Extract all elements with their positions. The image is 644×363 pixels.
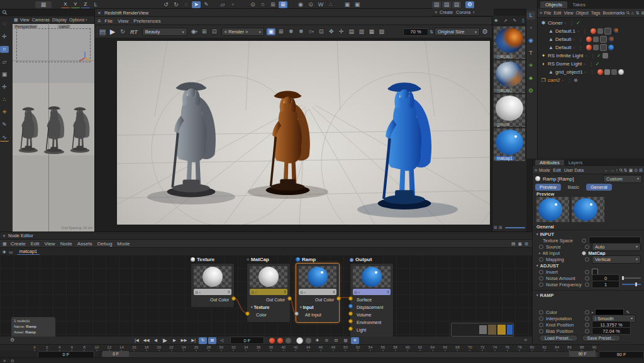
tree-row-dome-light[interactable]: ◖ RS Dome Light▫⋮ ✓	[540, 60, 644, 68]
primitive-cube-icon[interactable]: ▫	[526, 25, 535, 31]
compositing-tag[interactable]	[611, 69, 617, 75]
current-frame-field[interactable]: 0 F	[230, 337, 264, 344]
matcap-color-port[interactable]	[245, 311, 250, 316]
objects-menu-tags[interactable]: Tags	[591, 11, 601, 15]
objects-menu-icon[interactable]: ≡	[540, 11, 542, 15]
matcap-out-color[interactable]: Out Color	[266, 296, 285, 303]
snapshot-icon[interactable]: ▣	[267, 28, 275, 35]
viewport-menu-icon[interactable]: ▦	[14, 18, 18, 22]
snap-enable-icon[interactable]: ⊞	[279, 1, 287, 8]
noise-frequency-slider[interactable]	[622, 284, 641, 285]
texture-tag[interactable]	[608, 36, 614, 42]
tree-row-cloner[interactable]: ✱ Cloner▫⋮ ✓	[540, 19, 644, 27]
layout-c-icon[interactable]: ▦	[367, 28, 376, 35]
range-end-chip[interactable]: 90 F	[569, 351, 596, 357]
status-menu-icon[interactable]: ≡	[3, 359, 6, 363]
shade1-icon[interactable]: ▣	[343, 1, 352, 8]
grid-tag[interactable]	[604, 28, 611, 35]
shade2-icon[interactable]: ▣	[353, 1, 362, 8]
viewport-menu-view[interactable]: View	[20, 18, 30, 22]
ne-menu-assets[interactable]: Assets	[77, 241, 92, 247]
enabled-check-icon[interactable]: ✓	[596, 61, 600, 67]
zoom-field[interactable]: 70 %	[403, 28, 428, 36]
objects-home-icon[interactable]: ⌂	[631, 11, 634, 15]
ramp-node-selected[interactable]: ⊙ ▫≡ Out Color ▾Input Alt Input	[296, 263, 340, 323]
playhead-chip[interactable]: 0 F	[103, 351, 129, 357]
preset-select[interactable]: Custom▾	[603, 175, 642, 183]
layout-b-icon[interactable]: ▥	[357, 28, 366, 35]
timeline-gear-icon[interactable]: ⚙	[10, 338, 14, 343]
record-position-button[interactable]	[296, 337, 303, 344]
tree-row-grid-object[interactable]: ▲ grid_object1▫⋮	[540, 68, 644, 76]
tree-row-default2[interactable]: ▲ Default▫⋮	[540, 35, 644, 43]
axis-z-button[interactable]: Z	[81, 1, 90, 8]
ramp-group-header[interactable]: ▾RAMP	[533, 292, 644, 298]
ne-menu-debug[interactable]: Debug	[97, 241, 113, 247]
output-displacement-port[interactable]	[348, 304, 353, 308]
materials-menu-corona[interactable]: Corona	[456, 10, 470, 14]
material-view-icon[interactable]: ⊞	[494, 225, 497, 230]
output-input-surface[interactable]: Surface	[357, 296, 372, 303]
tab-attributes[interactable]: Attributes	[535, 160, 564, 165]
coord-icon[interactable]: ▫	[228, 1, 237, 8]
keyframe-selection-button[interactable]	[286, 338, 291, 343]
objects-menu-edit[interactable]: Edit	[553, 11, 561, 15]
objects-menu-bookmarks[interactable]: Bookmarks	[603, 11, 625, 15]
output-input-displacement[interactable]: Displacement	[357, 304, 383, 311]
ramp-group-input[interactable]: ▾Input	[300, 304, 314, 311]
node-navigator[interactable]	[451, 323, 514, 337]
attributes-menu-userdata[interactable]: User Data	[564, 168, 584, 172]
charmotion-button[interactable]: ✛	[351, 337, 359, 344]
scale-tool-icon[interactable]: ▱	[0, 59, 9, 65]
output-environment-port[interactable]	[348, 319, 353, 323]
rt-toggle[interactable]: RT	[130, 29, 138, 35]
attr-newwin-icon[interactable]: ⊞	[639, 168, 643, 172]
material-open-icon[interactable]: ↗	[504, 18, 508, 23]
pass-select[interactable]: Beauty▾	[142, 28, 187, 36]
viewport-camera-label[interactable]: cam2	[58, 25, 70, 29]
viewport-canvas[interactable]: Perspective cam2 Grid Spacing: 10 cm	[13, 23, 94, 232]
attributes-menu-mode[interactable]: Mode	[539, 168, 550, 172]
attr-search-icon[interactable]: ⚲	[618, 167, 624, 173]
redo-icon[interactable]: ↻	[172, 1, 180, 8]
points-mode-icon[interactable]: ∴	[0, 96, 9, 103]
mograph-effector-icon[interactable]: ⚙	[526, 87, 535, 94]
enabled-check-icon[interactable]: ✓	[597, 53, 601, 59]
render-view-icon[interactable]: ▤	[432, 1, 441, 8]
ne-menu-view[interactable]: View	[44, 241, 55, 247]
material-delete-icon[interactable]: ▯	[522, 18, 525, 23]
tab-takes[interactable]: Takes	[567, 1, 591, 8]
preview-thumb-2[interactable]	[572, 197, 604, 222]
autokey-button[interactable]	[277, 338, 283, 343]
next-key-button[interactable]: ▶▶	[180, 337, 188, 344]
node-editor-titlebar[interactable]: ✕ Node Editor	[0, 232, 532, 240]
ramp-out-color[interactable]: Out Color	[315, 296, 334, 303]
render-start-icon[interactable]: ▤	[98, 28, 107, 35]
coord-manager-icon[interactable]: Ŀ	[526, 11, 535, 20]
modeling-icon[interactable]: ◉	[296, 1, 305, 8]
camera-target-icon[interactable]: ⊕	[574, 78, 578, 83]
viewport-menu-options[interactable]: Options	[69, 18, 84, 22]
output-input-volume[interactable]: Volume	[357, 311, 371, 318]
adjust-group-header[interactable]: ▾ADJUST	[533, 262, 644, 269]
materials-menu-icon[interactable]: ≡	[435, 10, 437, 14]
material-item-selected[interactable]: matcap1	[494, 128, 525, 161]
prev-key-button[interactable]: ◀◀	[142, 337, 150, 344]
color-picker-icon[interactable]: ✎	[626, 310, 630, 315]
next-frame-button[interactable]: ▶	[170, 337, 179, 344]
axisband-icon[interactable]: ▱	[218, 1, 227, 8]
window-menu-icon[interactable]: ▦	[35, 1, 52, 8]
attr-sync-icon[interactable]: ⊙	[634, 168, 638, 172]
region-render-icon[interactable]: ○▾	[307, 28, 316, 35]
preview-thumb-1[interactable]	[536, 197, 569, 222]
freeze2-icon[interactable]: ❅	[297, 28, 306, 35]
grid-snap-icon[interactable]: ⊞	[269, 1, 277, 8]
tree-row-default3[interactable]: ▲ Default▫⋮	[540, 43, 644, 52]
matcap-input-color[interactable]: Color	[256, 311, 267, 318]
layout-d-icon[interactable]: ▧	[377, 28, 386, 35]
record-rotation-button[interactable]	[306, 338, 311, 343]
paint-tool-icon[interactable]: ✎	[202, 1, 211, 8]
points-icon[interactable]: ∴	[326, 1, 335, 8]
workplane-icon[interactable]: Ŀ	[91, 1, 100, 8]
prev-frame-button[interactable]: ◀	[152, 337, 160, 344]
